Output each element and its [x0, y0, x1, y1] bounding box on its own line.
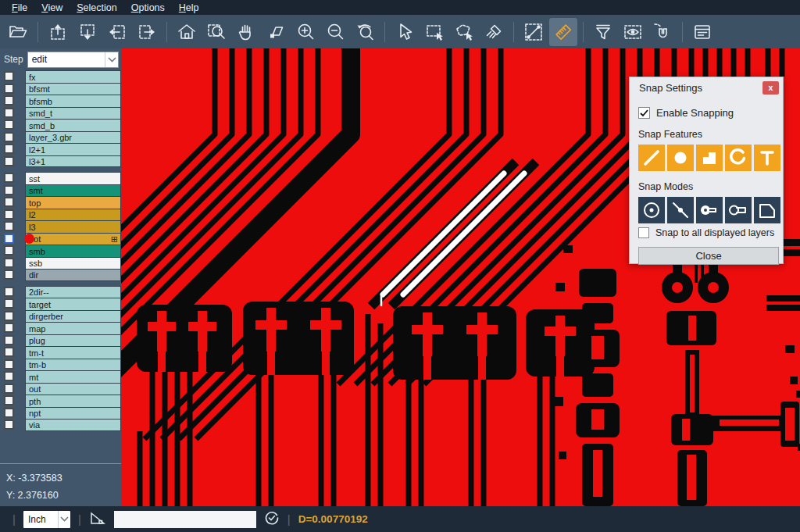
- snap-feature-circle-button[interactable]: [667, 145, 694, 171]
- layer-name[interactable]: dirgerber: [25, 310, 121, 323]
- layer-visibility-checkbox[interactable]: [4, 197, 14, 207]
- layer-row[interactable]: fx: [4, 70, 121, 83]
- layer-row[interactable]: plug: [4, 334, 121, 347]
- layer-visibility-checkbox[interactable]: [4, 258, 14, 268]
- pcb-canvas[interactable]: Snap Settings x Enable Snapping Snap Fea…: [121, 48, 800, 506]
- ruler-button[interactable]: [549, 18, 577, 46]
- layer-name[interactable]: smt: [25, 184, 121, 197]
- layer-name[interactable]: smd_t: [25, 107, 121, 120]
- clean-brush-button[interactable]: [480, 18, 508, 46]
- layer-visibility-checkbox[interactable]: [4, 120, 14, 130]
- layer-visibility-checkbox[interactable]: [4, 221, 14, 231]
- layer-row[interactable]: via: [4, 419, 121, 431]
- layer-name[interactable]: dir: [25, 269, 121, 281]
- menu-options[interactable]: Options: [124, 0, 172, 15]
- layer-visibility-checkbox[interactable]: [4, 84, 14, 94]
- zoom-window-button[interactable]: [202, 18, 230, 46]
- pan-hand-button[interactable]: [232, 18, 260, 46]
- layer-visibility-checkbox[interactable]: [4, 384, 14, 394]
- layer-name[interactable]: fx: [25, 70, 121, 83]
- layer-name[interactable]: tm-b: [25, 359, 121, 371]
- scroll-up-button[interactable]: [44, 18, 72, 46]
- layer-name[interactable]: mt: [25, 370, 121, 383]
- layer-name[interactable]: via: [25, 419, 121, 431]
- dialog-close-action-button[interactable]: Close: [638, 247, 779, 265]
- layer-row[interactable]: smb: [4, 245, 121, 257]
- layer-name[interactable]: smb: [25, 245, 121, 257]
- layer-name[interactable]: l2+1: [25, 143, 121, 155]
- layer-visibility-checkbox[interactable]: [4, 245, 14, 255]
- layer-visibility-checkbox[interactable]: [4, 173, 14, 183]
- layer-row[interactable]: tm-b: [4, 359, 121, 371]
- unit-select[interactable]: Inch: [23, 511, 70, 528]
- grid-icon[interactable]: ⊞: [111, 235, 118, 244]
- layer-name[interactable]: layer_3.gbr: [25, 131, 121, 144]
- layer-row[interactable]: l3: [4, 220, 121, 233]
- layer-visibility-checkbox[interactable]: [4, 311, 14, 321]
- layer-row[interactable]: smd_b: [4, 119, 121, 131]
- layer-row[interactable]: out: [4, 383, 121, 395]
- layer-visibility-checkbox[interactable]: [4, 132, 14, 142]
- menu-file[interactable]: File: [5, 0, 34, 15]
- layer-visibility-checkbox[interactable]: [4, 185, 14, 195]
- layer-row[interactable]: dir: [4, 269, 121, 281]
- layer-row[interactable]: map: [4, 322, 121, 334]
- snap-mode-contour-button[interactable]: [754, 197, 780, 223]
- view-options-button[interactable]: [619, 18, 647, 46]
- layer-name[interactable]: sst: [25, 172, 121, 184]
- snap-mode-pad-filled-button[interactable]: [696, 197, 723, 223]
- layer-visibility-checkbox[interactable]: [4, 408, 14, 418]
- layer-name[interactable]: pth: [25, 395, 121, 407]
- layer-row[interactable]: pth: [4, 395, 121, 407]
- step-select[interactable]: edit: [27, 52, 119, 68]
- layer-visibility-checkbox[interactable]: [4, 270, 14, 280]
- layer-row[interactable]: mt: [4, 370, 121, 383]
- layer-name[interactable]: l3+1: [25, 155, 121, 168]
- dialog-close-button[interactable]: x: [762, 81, 779, 95]
- layer-visibility-checkbox[interactable]: [4, 108, 14, 118]
- layer-name[interactable]: ssb: [25, 257, 121, 270]
- snap-feature-text-button[interactable]: [754, 145, 780, 171]
- menu-view[interactable]: View: [34, 0, 70, 15]
- layer-visibility-checkbox[interactable]: [4, 234, 14, 244]
- layer-name[interactable]: 2dir--: [25, 286, 121, 298]
- layer-row[interactable]: layer_3.gbr: [4, 131, 121, 144]
- refresh-check-icon[interactable]: [264, 510, 280, 529]
- layer-row[interactable]: tm-t: [4, 346, 121, 359]
- menu-help[interactable]: Help: [172, 0, 206, 15]
- layer-row[interactable]: l3+1: [4, 155, 121, 168]
- layer-visibility-checkbox[interactable]: [4, 359, 14, 370]
- menu-selection[interactable]: Selection: [70, 0, 123, 15]
- snap-mode-closest-point-button[interactable]: [667, 197, 694, 223]
- layer-name[interactable]: smd_b: [25, 119, 121, 131]
- layer-row[interactable]: bfsmt: [4, 83, 121, 95]
- snap-feature-surface-button[interactable]: [696, 145, 723, 171]
- layer-visibility-checkbox[interactable]: [4, 71, 14, 81]
- layer-row[interactable]: l2: [4, 209, 121, 221]
- layer-visibility-checkbox[interactable]: [4, 347, 14, 357]
- select-polygon-button[interactable]: [450, 18, 478, 46]
- zoom-home-button[interactable]: [173, 18, 201, 46]
- layer-row[interactable]: npt: [4, 407, 121, 420]
- select-rectangle-button[interactable]: [420, 18, 448, 46]
- layer-visibility-checkbox[interactable]: [4, 209, 14, 220]
- filter-button[interactable]: [589, 18, 617, 46]
- layer-visibility-checkbox[interactable]: [4, 95, 14, 105]
- layer-name[interactable]: l3: [25, 220, 121, 233]
- layer-visibility-checkbox[interactable]: [4, 420, 14, 430]
- report-panel-button[interactable]: [688, 18, 716, 46]
- layer-name[interactable]: bot⊞: [25, 233, 121, 245]
- layer-name[interactable]: bfsmt: [25, 83, 121, 95]
- snap-mode-center-button[interactable]: [638, 197, 665, 223]
- layer-visibility-checkbox[interactable]: [4, 156, 14, 166]
- layer-visibility-checkbox[interactable]: [4, 371, 14, 381]
- layer-visibility-checkbox[interactable]: [4, 287, 14, 297]
- angle-mode-icon[interactable]: [89, 510, 106, 529]
- layer-row[interactable]: smt: [4, 184, 121, 197]
- measure-distance-button[interactable]: [520, 18, 548, 46]
- zoom-out-button[interactable]: [321, 18, 349, 46]
- layer-name[interactable]: out: [25, 383, 121, 395]
- layer-name[interactable]: bfsmb: [25, 95, 121, 107]
- layer-visibility-checkbox[interactable]: [4, 395, 14, 405]
- measure-input[interactable]: [114, 511, 256, 528]
